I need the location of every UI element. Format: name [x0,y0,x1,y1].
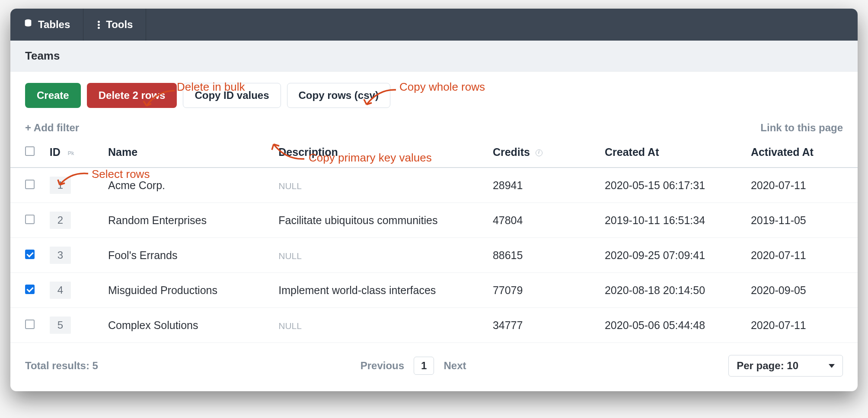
row-description[interactable]: Facilitate ubiquitous communities [273,203,488,238]
select-all-checkbox[interactable] [25,146,35,156]
nav-tables[interactable]: Tables [10,9,83,41]
col-activated-label[interactable]: Activated At [746,139,858,168]
nav-tools-label: Tools [106,19,133,31]
row-description[interactable]: Implement world-class interfaces [273,273,488,308]
data-table: ID Pk Name Description Credits Created A… [10,139,858,343]
filter-row: + Add filter Link to this page [10,108,858,139]
nav-tools[interactable]: Tools [83,9,146,41]
row-credits[interactable]: 34777 [488,308,600,343]
table-row[interactable]: 3Fool's ErrandsNULL886152020-09-25 07:09… [10,238,858,273]
app-frame: Tables Tools Teams Create Delete 2 rows … [10,9,858,391]
row-name[interactable]: Acme Corp. [103,168,273,203]
page-title-strip: Teams [10,41,858,71]
row-id[interactable]: 3 [50,247,71,264]
null-value: NULL [278,321,302,331]
row-description[interactable]: NULL [273,168,488,203]
database-icon [23,19,33,31]
row-description[interactable]: NULL [273,308,488,343]
row-name[interactable]: Complex Solutions [103,308,273,343]
row-activated-at[interactable]: 2020-09-05 [746,273,858,308]
next-page[interactable]: Next [444,360,466,372]
row-id[interactable]: 5 [50,317,71,334]
page-title: Teams [25,49,60,62]
table-row[interactable]: 5Complex SolutionsNULL347772020-05-06 05… [10,308,858,343]
add-filter-link[interactable]: + Add filter [25,122,79,134]
row-credits[interactable]: 77079 [488,273,600,308]
table-footer: Total results: 5 Previous 1 Next Per pag… [10,343,858,391]
row-created-at[interactable]: 2019-10-11 16:51:34 [600,203,746,238]
row-name[interactable]: Random Enterprises [103,203,273,238]
copy-csv-button[interactable]: Copy rows (csv) [287,83,390,108]
row-id[interactable]: 2 [50,212,71,229]
row-checkbox[interactable] [25,180,35,189]
row-activated-at[interactable]: 2019-11-05 [746,203,858,238]
per-page-label: Per page: 10 [737,360,798,372]
row-checkbox[interactable] [25,215,35,224]
row-credits[interactable]: 47804 [488,203,600,238]
more-vertical-icon [96,21,101,29]
row-activated-at[interactable]: 2020-07-11 [746,308,858,343]
row-checkbox[interactable] [25,320,35,329]
per-page-select[interactable]: Per page: 10 [728,355,843,377]
nav-tables-label: Tables [38,19,70,31]
row-created-at[interactable]: 2020-08-18 20:14:50 [600,273,746,308]
row-credits[interactable]: 88615 [488,238,600,273]
row-name[interactable]: Misguided Productions [103,273,273,308]
col-description-label[interactable]: Description [273,139,488,168]
info-icon[interactable] [536,149,542,156]
col-name-label[interactable]: Name [103,139,273,168]
delete-button[interactable]: Delete 2 rows [87,83,177,108]
table-row[interactable]: 2Random EnterprisesFacilitate ubiquitous… [10,203,858,238]
page-number[interactable]: 1 [414,357,434,375]
row-name[interactable]: Fool's Errands [103,238,273,273]
total-results: Total results: 5 [25,360,98,372]
col-credits-label[interactable]: Credits [493,146,530,158]
create-button[interactable]: Create [25,83,81,108]
prev-page[interactable]: Previous [361,360,404,372]
row-activated-at[interactable]: 2020-07-11 [746,168,858,203]
null-value: NULL [278,251,302,261]
action-bar: Create Delete 2 rows Copy ID values Copy… [10,71,858,108]
null-value: NULL [278,181,302,191]
permalink[interactable]: Link to this page [760,122,843,134]
table-row[interactable]: 1Acme Corp.NULL289412020-05-15 06:17:312… [10,168,858,203]
top-nav: Tables Tools [10,9,858,41]
row-activated-at[interactable]: 2020-07-11 [746,238,858,273]
row-description[interactable]: NULL [273,238,488,273]
row-checkbox[interactable] [25,250,35,259]
table-row[interactable]: 4Misguided ProductionsImplement world-cl… [10,273,858,308]
chevron-down-icon [829,364,835,368]
row-created-at[interactable]: 2020-09-25 07:09:41 [600,238,746,273]
row-created-at[interactable]: 2020-05-06 05:44:48 [600,308,746,343]
row-checkbox[interactable] [25,285,35,294]
row-id[interactable]: 1 [50,177,71,194]
row-credits[interactable]: 28941 [488,168,600,203]
table-header-row: ID Pk Name Description Credits Created A… [10,139,858,168]
pk-badge: Pk [68,150,74,156]
col-id-label[interactable]: ID [50,146,61,158]
row-id[interactable]: 4 [50,282,71,299]
col-created-label[interactable]: Created At [600,139,746,168]
copy-ids-button[interactable]: Copy ID values [183,83,281,108]
pager: Previous 1 Next [361,357,466,375]
row-created-at[interactable]: 2020-05-15 06:17:31 [600,168,746,203]
